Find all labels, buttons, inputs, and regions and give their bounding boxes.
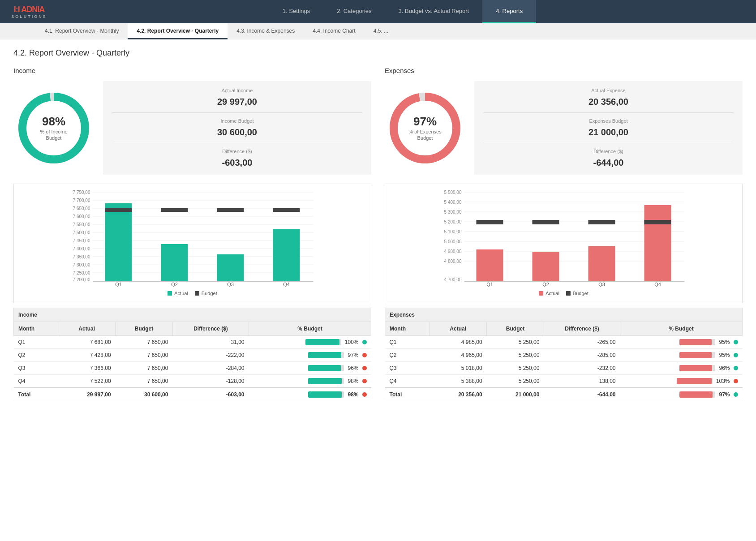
expenses-actual-value: 20 356,00 [483, 97, 734, 107]
income-legend-actual-label: Actual [174, 291, 188, 296]
income-bar-q1-budget [105, 208, 132, 212]
row-diff: -284,00 [172, 362, 249, 375]
row-actual: 7 428,00 [58, 349, 116, 362]
table-row: Q1 7 681,00 7 650,00 31,00 100% [14, 336, 371, 349]
income-legend-budget: Budget [195, 291, 217, 296]
income-budget-value: 30 600,00 [112, 127, 362, 137]
svg-text:Q4: Q4 [283, 282, 290, 287]
exp-bar-q4-budget [644, 220, 671, 224]
exp-bar-q1-budget [477, 220, 503, 224]
expenses-donut-label: 97% % of ExpensesBudget [408, 115, 441, 142]
total-budget: 21 000,00 [487, 388, 544, 401]
expenses-legend-actual-dot [539, 291, 543, 296]
progress-bar-fill [308, 352, 341, 358]
income-bar-q1-actual [105, 203, 132, 281]
income-donut-pct: 98% [40, 115, 67, 129]
row-month: Q4 [385, 375, 430, 388]
dot-indicator [362, 366, 367, 370]
table-row: Q3 5 018,00 5 250,00 -232,00 96% [385, 362, 743, 375]
expenses-col-pct: % Budget [620, 322, 743, 336]
sub-tab-report-monthly[interactable]: 4.1. Report Overview - Monthly [36, 23, 128, 39]
income-actual-label: Actual Income [112, 88, 362, 93]
progress-bar-fill [679, 391, 713, 398]
progress-bar-bg [308, 352, 344, 358]
expenses-legend-actual: Actual [539, 291, 559, 296]
progress-bar-fill [679, 365, 712, 371]
page-content: 4.2. Report Overview - Quarterly Income … [0, 39, 756, 410]
total-pct: 98% [249, 388, 371, 401]
total-diff: -644,00 [544, 388, 620, 401]
dot-indicator [362, 392, 367, 397]
svg-text:5 300,00: 5 300,00 [444, 210, 462, 215]
table-total-row: Total 29 997,00 30 600,00 -603,00 98% [14, 388, 371, 401]
pct-label: 98% [348, 378, 358, 384]
svg-text:5 200,00: 5 200,00 [444, 219, 462, 224]
pct-label: 95% [719, 339, 730, 345]
progress-bar-fill [679, 339, 712, 345]
row-actual: 7 366,00 [58, 362, 116, 375]
table-row: Q4 5 388,00 5 250,00 138,00 103% [385, 375, 743, 388]
expenses-budget-value: 21 000,00 [483, 127, 734, 137]
expenses-chart-svg: 5 500,00 5 400,00 5 300,00 5 200,00 5 10… [392, 189, 735, 287]
svg-text:7 600,00: 7 600,00 [73, 214, 90, 219]
row-month: Q3 [385, 362, 430, 375]
progress-bar-bg [305, 339, 341, 345]
row-pct: 100% [249, 336, 371, 349]
main-nav-tabs: 1. Settings 2. Categories 3. Budget vs. … [54, 0, 752, 23]
progress-bar-fill [677, 378, 712, 384]
expenses-col-month: Month [385, 322, 430, 336]
pct-label: 96% [348, 365, 358, 371]
income-legend-budget-label: Budget [202, 291, 217, 296]
row-diff: 138,00 [544, 375, 620, 388]
income-col-actual: Actual [58, 322, 116, 336]
income-col-diff: Difference ($) [172, 322, 249, 336]
expenses-chart-legend: Actual Budget [392, 291, 735, 296]
svg-text:7 350,00: 7 350,00 [73, 254, 90, 259]
income-bar-chart: 7 750,00 7 700,00 7 650,00 7 600,00 7 55… [13, 184, 371, 303]
logo-icon: I:I ADNIA [14, 5, 44, 14]
sub-tab-report-quarterly[interactable]: 4.2. Report Overview - Quarterly [128, 23, 228, 39]
progress-bar-bg [679, 339, 715, 345]
row-month: Q3 [14, 362, 58, 375]
row-pct: 97% [249, 349, 371, 362]
svg-text:5 400,00: 5 400,00 [444, 200, 462, 205]
progress-bar-bg [677, 378, 713, 384]
exp-bar-q3-actual [588, 246, 615, 281]
income-diff-value: -603,00 [112, 158, 362, 168]
expenses-legend-budget-dot [566, 291, 571, 296]
exp-bar-q3-budget [588, 220, 615, 224]
sub-tab-income-chart[interactable]: 4.4. Income Chart [304, 23, 364, 39]
income-bar-q3-actual [217, 254, 244, 281]
nav-tab-settings[interactable]: 1. Settings [269, 0, 323, 23]
total-actual: 29 997,00 [58, 388, 116, 401]
income-bar-q2-budget [161, 208, 188, 212]
nav-tab-budget-actual[interactable]: 3. Budget vs. Actual Report [385, 0, 483, 23]
nav-tab-reports[interactable]: 4. Reports [482, 0, 536, 23]
progress-bar-fill [305, 339, 339, 345]
row-month: Q2 [14, 349, 58, 362]
svg-text:Q3: Q3 [227, 282, 234, 287]
row-diff: -285,00 [544, 349, 620, 362]
expenses-donut-chart: 97% % of ExpensesBudget [385, 88, 465, 168]
row-actual: 5 388,00 [430, 375, 487, 388]
sub-tab-income-expenses[interactable]: 4.3. Income & Expenses [228, 23, 304, 39]
expenses-bar-chart: 5 500,00 5 400,00 5 300,00 5 200,00 5 10… [385, 184, 743, 303]
income-donut-chart: 98% % of IncomeBudget [13, 88, 94, 168]
svg-text:Q3: Q3 [598, 282, 605, 287]
sub-tab-45[interactable]: 4.5. ... [365, 23, 397, 39]
income-actual-value: 29 997,00 [112, 97, 362, 107]
svg-text:5 100,00: 5 100,00 [444, 229, 462, 234]
income-col-pct: % Budget [249, 322, 371, 336]
income-stats-box: Actual Income 29 997,00 Income Budget 30… [103, 81, 371, 175]
dot-indicator [734, 340, 738, 344]
expenses-diff-label: Difference ($) [483, 149, 734, 154]
income-chart-legend: Actual Budget [21, 291, 364, 296]
total-actual: 20 356,00 [430, 388, 487, 401]
row-actual: 4 965,00 [430, 349, 487, 362]
svg-text:7 250,00: 7 250,00 [73, 270, 90, 275]
row-month: Q2 [385, 349, 430, 362]
dot-indicator [734, 366, 738, 370]
dot-indicator [362, 379, 367, 383]
expenses-col-diff: Difference ($) [544, 322, 620, 336]
nav-tab-categories[interactable]: 2. Categories [323, 0, 385, 23]
